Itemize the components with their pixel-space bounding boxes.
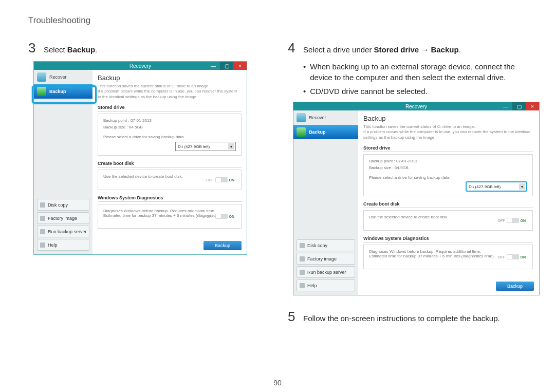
create-boot-disk-text: Use the selected device to create boot d… (103, 174, 183, 179)
sidebar-recover-label: Recover (49, 74, 67, 80)
diagnostics-toggle[interactable]: OFF ON (496, 254, 528, 259)
desc-line-1: This function saves the current status o… (98, 84, 242, 89)
select-drive-text: Please select a drive for saving backup … (369, 175, 527, 180)
main-panel: Backup This function saves the current s… (358, 110, 539, 295)
backup-size-text: Backup size : 64.5GB (369, 165, 527, 170)
section-stored-drive: Stored drive (363, 145, 533, 152)
sidebar-recover-label: Recover (309, 115, 326, 120)
step-5-number: 5 (288, 310, 298, 323)
toggle-off-label-2: OFF (207, 215, 214, 218)
create-boot-disk-text: Use the selected device to create boot d… (369, 215, 449, 219)
sidebar: Recover Backup Disk copy Factory image R… (293, 110, 358, 295)
step-4-post: . (459, 45, 461, 54)
server-icon (300, 270, 305, 275)
disk-icon (40, 202, 45, 208)
toggle-on-label: ON (229, 178, 235, 182)
diagnostics-box: Diagnoses Windows before backup. Require… (363, 245, 533, 269)
toggle-on-label-2: ON (229, 215, 235, 218)
sidebar-item-recover[interactable]: Recover (34, 70, 92, 84)
backup-icon (37, 87, 46, 96)
close-button[interactable]: × (526, 102, 539, 110)
stored-drive-box: Backup point : 07-01-2013 Backup size : … (363, 154, 533, 196)
toggle-on-label-2: ON (521, 255, 526, 259)
maximize-button[interactable]: ▢ (220, 62, 233, 70)
backup-size-text: Backup size : 64.5GB (103, 125, 236, 129)
run-backup-server-label: Run backup server (48, 229, 87, 234)
create-boot-disk-toggle[interactable]: OFF ON (205, 177, 236, 182)
main-heading: Backup (363, 115, 533, 122)
toggle-switch-icon-2 (215, 214, 228, 219)
factory-image-label: Factory image (48, 216, 77, 221)
backup-icon (297, 127, 306, 137)
bullet-2: •CD/DVD drive cannot be selected. (303, 86, 532, 97)
drive-dropdown[interactable]: D:\ (427.9GB left) ▾ (175, 142, 236, 151)
bullet-2-text: CD/DVD drive cannot be selected. (310, 86, 427, 97)
create-boot-disk-box: Use the selected device to create boot d… (363, 210, 533, 231)
page-number: 90 (0, 379, 555, 387)
bullet-dot-icon: • (303, 86, 306, 97)
window-title-text: Recovery (130, 63, 151, 69)
diagnostics-box: Diagnoses Windows before backup. Require… (98, 204, 242, 229)
toggle-off-label-2: OFF (498, 255, 505, 259)
sidebar-link-factory-image[interactable]: Factory image (37, 212, 89, 224)
step-3: 3 Select Backup. (28, 41, 272, 55)
toggle-switch-icon (507, 218, 519, 223)
backup-button[interactable]: Backup (496, 282, 534, 291)
diag-line-1: Diagnoses Windows before backup. Require… (369, 249, 527, 254)
step-4: 4 Select a drive under Stored drive → Ba… (288, 41, 532, 55)
help-icon (300, 283, 305, 288)
sidebar-link-help[interactable]: Help (297, 279, 355, 291)
bullet-1-text: When backing up to an external storage d… (310, 61, 532, 83)
backup-button[interactable]: Backup (203, 241, 242, 250)
maximize-button[interactable]: ▢ (512, 102, 526, 110)
sidebar-link-disk-copy[interactable]: Disk copy (297, 239, 355, 251)
backup-point-text: Backup point : 07-01-2013 (369, 159, 527, 163)
select-drive-text: Please select a drive for saving backup … (103, 135, 236, 139)
recovery-window-1: Recovery — ▢ × Recover Backup (33, 61, 247, 255)
desc-line-2: If a problem occurs while the computer i… (98, 89, 242, 100)
sidebar-item-backup[interactable]: Backup (34, 84, 92, 99)
minimize-button[interactable]: — (207, 62, 220, 70)
stored-drive-box: Backup point : 07-01-2013 Backup size : … (98, 114, 242, 156)
step-3-bold: Backup (67, 45, 95, 54)
close-button[interactable]: × (233, 62, 247, 70)
step-3-post: . (95, 45, 97, 54)
sidebar-link-run-backup-server[interactable]: Run backup server (37, 226, 89, 237)
step-3-text: Select Backup. (44, 44, 97, 55)
sidebar-link-run-backup-server[interactable]: Run backup server (297, 266, 355, 278)
create-boot-disk-box: Use the selected device to create boot d… (98, 170, 242, 190)
diagnostics-toggle[interactable]: OFF ON (205, 214, 236, 219)
chevron-down-icon: ▾ (519, 183, 525, 190)
main-description: This function saves the current status o… (98, 84, 242, 100)
bullet-dot-icon: • (303, 61, 306, 83)
dropdown-value: D:\ (427.9GB left) (178, 144, 210, 149)
recovery-window-2: Recovery — ▢ × Recover Backup (293, 102, 540, 295)
chevron-down-icon: ▾ (228, 143, 234, 150)
desc-line-2: If a problem occurs while the computer i… (363, 129, 533, 140)
minimize-button[interactable]: — (499, 102, 512, 110)
step-4-number: 4 (288, 41, 298, 54)
section-stored-drive: Stored drive (98, 105, 242, 111)
main-panel: Backup This function saves the current s… (92, 70, 247, 254)
drive-dropdown-highlighted[interactable]: D:\ (427.9GB left) ▾ (466, 181, 527, 192)
section-create-boot-disk: Create boot disk (98, 161, 242, 167)
window-titlebar: Recovery — ▢ × (293, 102, 539, 110)
sidebar: Recover Backup Disk copy Factory image R… (34, 70, 92, 254)
sidebar-link-factory-image[interactable]: Factory image (297, 253, 355, 265)
factory-icon (40, 216, 45, 221)
sidebar-item-backup[interactable]: Backup (293, 125, 358, 139)
recover-icon (297, 113, 306, 122)
create-boot-disk-toggle[interactable]: OFF ON (496, 218, 528, 223)
backup-point-text: Backup point : 07-01-2013 (103, 118, 236, 123)
window-titlebar: Recovery — ▢ × (34, 62, 247, 70)
sidebar-link-disk-copy[interactable]: Disk copy (37, 199, 89, 211)
step-3-number: 3 (28, 41, 39, 54)
sidebar-item-recover[interactable]: Recover (293, 110, 358, 125)
step-5: 5 Follow the on-screen instructions to c… (288, 310, 532, 324)
help-label: Help (48, 242, 58, 248)
bullet-1: •When backing up to an external storage … (303, 61, 532, 83)
toggle-off-label: OFF (498, 219, 505, 222)
sidebar-link-help[interactable]: Help (37, 239, 89, 251)
section-diagnostics: Windows System Diagnostics (98, 195, 242, 202)
recover-icon (37, 72, 46, 82)
